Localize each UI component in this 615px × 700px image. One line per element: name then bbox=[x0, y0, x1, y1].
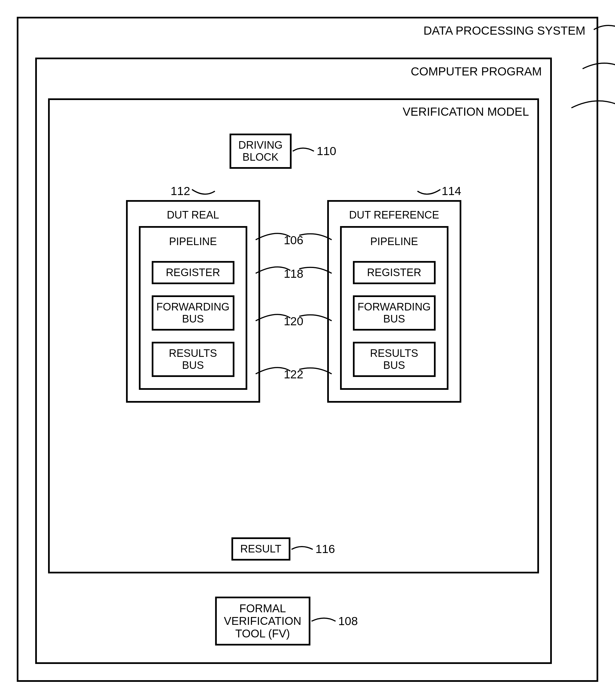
result-ref: 116 bbox=[315, 542, 335, 556]
outer-leader-overlay bbox=[594, 18, 615, 186]
dut-real-fwd-bus: FORWARDING BUS bbox=[152, 295, 235, 330]
dut-reference-register: REGISTER bbox=[353, 261, 436, 284]
register-ref: 118 bbox=[284, 267, 303, 280]
dut-real-pipeline-title: PIPELINE bbox=[169, 236, 217, 248]
data-processing-system: DATA PROCESSING SYSTEM COMPUTER PROGRAM … bbox=[17, 17, 598, 682]
dut-real-pipeline: PIPELINE REGISTER FORWARDING BUS RESULTS… bbox=[139, 226, 247, 390]
results-bus-ref: 122 bbox=[284, 368, 303, 381]
program-title: COMPUTER PROGRAM bbox=[411, 65, 542, 78]
fwd-bus-ref: 120 bbox=[284, 315, 303, 328]
dut-reference-title: DUT REFERENCE bbox=[349, 209, 439, 221]
dut-reference-ref: 114 bbox=[441, 185, 461, 198]
driving-block-ref: 110 bbox=[317, 145, 336, 158]
model-title: VERIFICATION MODEL bbox=[403, 105, 529, 118]
dut-reference-results-bus: RESULTS BUS bbox=[353, 342, 436, 377]
driving-block: DRIVING BLOCK bbox=[229, 134, 291, 169]
dut-reference-pipeline-title: PIPELINE bbox=[370, 236, 418, 248]
center-leader-overlay bbox=[260, 184, 327, 435]
dut-real: DUT REAL PIPELINE REGISTER FORWARDING BU… bbox=[126, 200, 260, 403]
formal-verification-tool: FORMAL VERIFICATION TOOL (FV) bbox=[215, 597, 310, 646]
dut-real-title: DUT REAL bbox=[167, 209, 219, 221]
system-title: DATA PROCESSING SYSTEM bbox=[423, 24, 586, 37]
dut-real-results-bus: RESULTS BUS bbox=[152, 342, 235, 377]
computer-program: COMPUTER PROGRAM VERIFICATION MODEL DRIV… bbox=[35, 58, 552, 664]
dut-real-register: REGISTER bbox=[152, 261, 235, 284]
dut-reference-fwd-bus: FORWARDING BUS bbox=[353, 295, 436, 330]
dut-real-ref: 112 bbox=[171, 185, 190, 198]
dut-reference-pipeline: PIPELINE REGISTER FORWARDING BUS RESULTS… bbox=[340, 226, 449, 390]
dut-reference: DUT REFERENCE PIPELINE REGISTER FORWARDI… bbox=[327, 200, 461, 403]
verification-model: VERIFICATION MODEL DRIVING BLOCK 110 112… bbox=[48, 98, 539, 573]
pipeline-ref: 106 bbox=[284, 234, 303, 247]
fv-tool-ref: 108 bbox=[338, 614, 357, 628]
result-box: RESULT bbox=[231, 537, 290, 561]
